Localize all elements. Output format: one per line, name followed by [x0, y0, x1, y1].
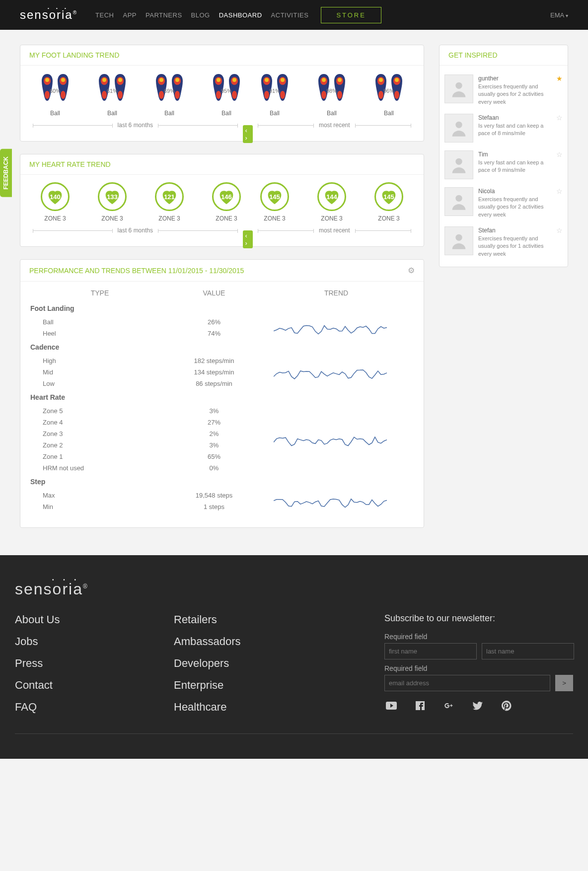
svg-point-31 — [322, 78, 326, 82]
perf-row: Zone 23% — [30, 439, 259, 451]
perf-row: Zone 165% — [30, 451, 259, 462]
nav-blog[interactable]: BLOG — [191, 11, 210, 19]
star-icon[interactable]: ☆ — [556, 187, 563, 218]
nav-tech[interactable]: TECH — [95, 11, 114, 19]
nav-partners[interactable]: PARTNERS — [146, 11, 182, 19]
perf-row: High182 steps/min — [30, 355, 259, 366]
svg-point-16 — [175, 78, 179, 82]
avatar — [444, 187, 473, 216]
heart-rate-panel: MY HEART RATE TREND 140ZONE 3133ZONE 312… — [20, 154, 424, 247]
perf-row: Max19,548 steps — [30, 490, 259, 501]
heart-item: 145ZONE 3 — [252, 182, 297, 222]
footer-link-about-us[interactable]: About Us — [15, 613, 154, 626]
sparkline — [259, 490, 388, 512]
heart-item: 145ZONE 3 — [367, 182, 411, 222]
inspired-person[interactable]: TimIs very fast and can keep a pace of 9… — [444, 146, 563, 183]
inspired-person[interactable]: NicolaExercises frequently and usually g… — [444, 183, 563, 222]
footer-link-healthcare[interactable]: Healthcare — [174, 701, 313, 714]
inspired-person[interactable]: guntherExercises frequently and usually … — [444, 71, 563, 110]
heart-item: 144ZONE 3 — [309, 182, 354, 222]
footer-link-retailers[interactable]: Retailers — [174, 613, 313, 626]
svg-point-13 — [159, 78, 163, 82]
pinterest-icon[interactable] — [500, 699, 514, 713]
store-button[interactable]: STORE — [321, 7, 381, 23]
heart-item: 140ZONE 3 — [33, 182, 77, 222]
svg-point-4 — [61, 78, 65, 82]
googleplus-icon[interactable] — [442, 699, 456, 713]
footer-link-jobs[interactable]: Jobs — [15, 635, 154, 648]
perf-row: Zone 32% — [30, 428, 259, 439]
star-icon[interactable]: ☆ — [556, 226, 563, 258]
foot-item: 61% Ball — [90, 73, 135, 117]
star-icon[interactable]: ☆ — [556, 150, 563, 179]
svg-point-37 — [379, 78, 383, 82]
panel-title: PERFORMANCE AND TRENDS BETWEEN 11/01/201… — [29, 267, 244, 275]
nav-app[interactable]: APP — [123, 11, 137, 19]
perf-row: Zone 53% — [30, 405, 259, 417]
foot-item: 91% Ball — [252, 73, 297, 117]
footer-logo[interactable]: • • •sensoria® — [15, 580, 88, 598]
nav-activities[interactable]: ACTIVITIES — [271, 11, 309, 19]
perf-category: Step — [30, 478, 414, 486]
brand-logo[interactable]: • • •sensoria® — [20, 8, 80, 22]
panel-title: MY FOOT LANDING TREND — [29, 51, 119, 59]
perf-category: Heart Rate — [30, 393, 414, 401]
nav-dashboard[interactable]: DASHBOARD — [219, 11, 262, 19]
trend-nav-arrows[interactable]: ‹ › — [243, 125, 253, 143]
last-name-input[interactable] — [482, 643, 574, 659]
email-input[interactable] — [384, 675, 550, 691]
heart-item: 146ZONE 3 — [204, 182, 249, 222]
svg-point-42 — [455, 82, 462, 89]
required-label: Required field — [384, 664, 573, 672]
foot-item: 98% Ball — [309, 73, 354, 117]
perf-row: Min1 steps — [30, 501, 259, 512]
svg-point-44 — [455, 158, 462, 165]
panel-title: GET INSPIRED — [448, 51, 498, 59]
svg-point-1 — [45, 78, 49, 82]
first-name-input[interactable] — [384, 643, 477, 659]
performance-panel: PERFORMANCE AND TRENDS BETWEEN 11/01/201… — [20, 259, 424, 528]
subscribe-button[interactable]: > — [555, 675, 573, 691]
facebook-icon[interactable] — [413, 699, 427, 713]
svg-point-34 — [338, 78, 342, 82]
svg-point-22 — [232, 78, 236, 82]
svg-point-40 — [395, 78, 399, 82]
youtube-icon[interactable] — [384, 699, 398, 713]
footer-link-enterprise[interactable]: Enterprise — [174, 679, 313, 692]
caption-last6: last 6 months — [113, 122, 158, 129]
footer-link-contact[interactable]: Contact — [15, 679, 154, 692]
header: • • •sensoria® TECHAPPPARTNERSBLOGDASHBO… — [0, 0, 588, 30]
main-nav: TECHAPPPARTNERSBLOGDASHBOARDACTIVITIES — [95, 11, 308, 19]
star-icon[interactable]: ★ — [556, 74, 563, 106]
gear-icon[interactable]: ⚙ — [408, 266, 415, 275]
svg-point-19 — [217, 78, 220, 82]
twitter-icon[interactable] — [471, 699, 485, 713]
user-menu[interactable]: EMA — [550, 11, 568, 19]
svg-point-45 — [455, 195, 462, 202]
avatar — [444, 150, 473, 179]
footer-link-press[interactable]: Press — [15, 657, 154, 670]
footer-link-ambassadors[interactable]: Ambassadors — [174, 635, 313, 648]
perf-row: HRM not used0% — [30, 462, 259, 474]
foot-item: 95% Ball — [204, 73, 249, 117]
inspired-person[interactable]: StefanExercises frequently and usually g… — [444, 222, 563, 262]
subscribe-title: Subscribe to our newsletter: — [384, 613, 573, 624]
trend-nav-arrows[interactable]: ‹ › — [243, 230, 253, 248]
footer-link-developers[interactable]: Developers — [174, 657, 313, 670]
sparkline — [259, 405, 388, 474]
svg-point-43 — [455, 122, 462, 128]
sparkline — [259, 316, 388, 339]
foot-landing-panel: MY FOOT LANDING TREND 60% Ball61% Ball69… — [20, 45, 424, 142]
required-label: Required field — [384, 633, 573, 641]
caption-recent: most recent — [314, 227, 355, 234]
foot-item: 69% Ball — [147, 73, 192, 117]
perf-row: Zone 427% — [30, 417, 259, 428]
sparkline — [259, 355, 388, 389]
feedback-tab[interactable]: FEEDBACK — [0, 149, 12, 197]
svg-point-10 — [118, 78, 122, 82]
perf-category: Foot Landing — [30, 304, 414, 312]
footer-link-faq[interactable]: FAQ — [15, 701, 154, 714]
star-icon[interactable]: ☆ — [556, 114, 563, 143]
svg-point-7 — [102, 78, 106, 82]
inspired-person[interactable]: StefaanIs very fast and can keep a pace … — [444, 110, 563, 146]
